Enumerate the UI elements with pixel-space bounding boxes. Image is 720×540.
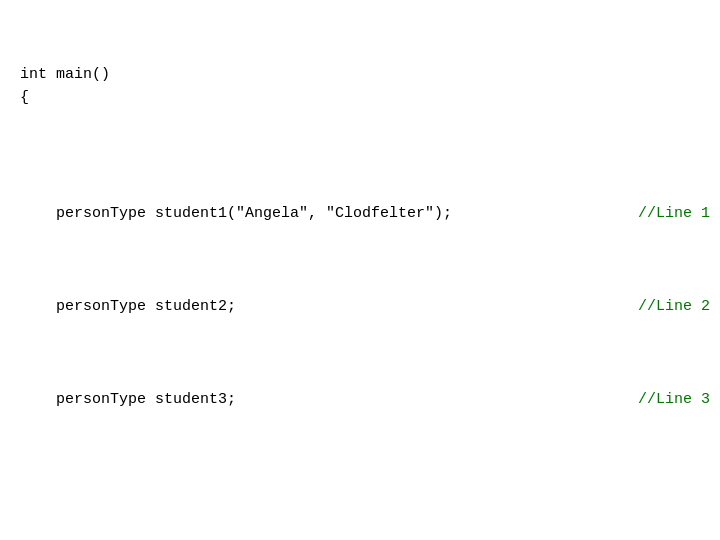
code-block: int main() { personType student1("Angela…	[0, 10, 720, 540]
blank-line-1	[0, 481, 720, 491]
code-line-1: personType student1("Angela", "Clodfelte…	[0, 202, 720, 225]
line-2-comment: //Line 2	[610, 295, 710, 318]
code-header: int main() {	[0, 63, 720, 110]
code-line-2: personType student2; //Line 2	[0, 295, 720, 318]
line-1-comment: //Line 1	[610, 202, 710, 225]
line-1-code: personType student1("Angela", "Clodfelte…	[20, 202, 610, 225]
header-text: int main() {	[20, 63, 710, 110]
line-3-code: personType student3;	[20, 388, 610, 411]
line-2-code: personType student2;	[20, 295, 610, 318]
code-line-3: personType student3; //Line 3	[0, 388, 720, 411]
line-3-comment: //Line 3	[610, 388, 710, 411]
